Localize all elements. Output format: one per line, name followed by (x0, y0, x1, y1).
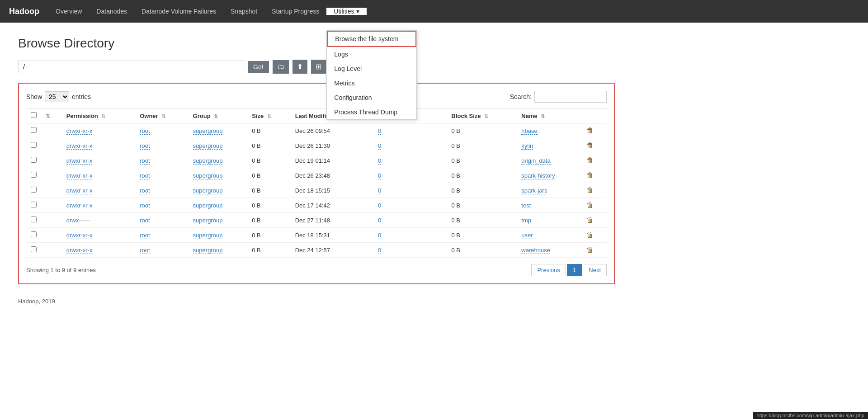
nav-datanode-volume-failures[interactable]: Datanode Volume Failures (134, 0, 223, 23)
name-link-4[interactable]: spark-jars (521, 187, 547, 194)
delete-icon-1[interactable]: 🗑 (586, 141, 594, 149)
col-name[interactable]: Name ⇅ (517, 108, 582, 123)
row-checkbox-3[interactable] (31, 172, 37, 178)
dropdown-browse-filesystem[interactable]: Browse the file system (327, 31, 416, 47)
replication-link-4[interactable]: 0 (378, 187, 381, 194)
replication-link-3[interactable]: 0 (378, 172, 381, 179)
lastmod-cell-3: Dec 26 23:48 (291, 168, 373, 183)
name-link-0[interactable]: hbase (521, 127, 537, 135)
row-checkbox-8[interactable] (31, 246, 37, 252)
col-permission[interactable]: Permission ⇅ (62, 108, 136, 123)
select-all-checkbox[interactable] (31, 112, 37, 118)
delete-icon-0[interactable]: 🗑 (586, 127, 594, 134)
prev-button[interactable]: Previous (531, 264, 566, 276)
next-button[interactable]: Next (583, 264, 607, 276)
page-1-button[interactable]: 1 (567, 264, 582, 276)
dropdown-logs[interactable]: Logs (327, 47, 416, 61)
permission-link-6[interactable]: drwx------ (66, 217, 90, 224)
permission-link-1[interactable]: drwxr-xr-x (66, 142, 93, 150)
nav-overview[interactable]: Overview (48, 0, 89, 23)
owner-link-6[interactable]: root (140, 217, 150, 224)
name-link-8[interactable]: warehouse (521, 247, 550, 254)
group-link-5[interactable]: supergroup (193, 202, 223, 209)
group-link-2[interactable]: supergroup (193, 157, 223, 165)
owner-link-1[interactable]: root (140, 142, 150, 150)
replication-link-8[interactable]: 0 (378, 247, 381, 254)
group-link-0[interactable]: supergroup (193, 127, 223, 135)
owner-link-4[interactable]: root (140, 187, 150, 194)
group-link-7[interactable]: supergroup (193, 232, 223, 239)
name-link-5[interactable]: test (521, 202, 531, 209)
delete-icon-4[interactable]: 🗑 (586, 186, 594, 194)
nav-datanodes[interactable]: Datanodes (89, 0, 134, 23)
size-cell-3: 0 B (247, 168, 290, 183)
row-checkbox-6[interactable] (31, 217, 37, 222)
go-button[interactable]: Go! (248, 61, 269, 73)
permission-link-4[interactable]: drwxr-xr-x (66, 187, 93, 194)
group-link-1[interactable]: supergroup (193, 142, 223, 150)
delete-icon-6[interactable]: 🗑 (586, 216, 594, 224)
col-size[interactable]: Size ⇅ (247, 108, 290, 123)
name-link-2[interactable]: origin_data (521, 157, 550, 165)
name-link-3[interactable]: spark-history (521, 172, 555, 179)
owner-link-2[interactable]: root (140, 157, 150, 165)
owner-link-3[interactable]: root (140, 172, 150, 179)
path-input[interactable] (18, 61, 244, 73)
size-cell-5: 0 B (247, 198, 290, 213)
replication-link-7[interactable]: 0 (378, 232, 381, 239)
dropdown-metrics[interactable]: Metrics (327, 76, 416, 90)
dropdown-log-level[interactable]: Log Level (327, 61, 416, 76)
upload-icon-btn[interactable]: 🗂 (273, 60, 289, 74)
row-checkbox-7[interactable] (31, 231, 37, 237)
permission-link-7[interactable]: drwxr-xr-x (66, 232, 93, 239)
delete-icon-3[interactable]: 🗑 (586, 171, 594, 179)
dropdown-configuration[interactable]: Configuration (327, 90, 416, 105)
permission-link-8[interactable]: drwxr-xr-x (66, 247, 93, 254)
owner-link-7[interactable]: root (140, 232, 150, 239)
delete-icon-7[interactable]: 🗑 (586, 231, 594, 239)
permission-link-0[interactable]: drwxr-xr-x (66, 127, 93, 135)
search-input[interactable] (534, 91, 607, 103)
nav-utilities-label: Utilities (334, 8, 354, 15)
col-group[interactable]: Group ⇅ (189, 108, 248, 123)
owner-link-8[interactable]: root (140, 247, 150, 254)
owner-link-0[interactable]: root (140, 127, 150, 135)
replication-link-1[interactable]: 0 (378, 142, 381, 150)
replication-link-2[interactable]: 0 (378, 157, 381, 165)
lastmod-cell-5: Dec 17 14:42 (291, 198, 373, 213)
page-footer: Hadoop, 2019. (18, 298, 615, 305)
permission-link-2[interactable]: drwxr-xr-x (66, 157, 93, 165)
dropdown-process-thread-dump[interactable]: Process Thread Dump (327, 105, 416, 119)
delete-icon-5[interactable]: 🗑 (586, 201, 594, 209)
replication-link-0[interactable]: 0 (378, 127, 381, 135)
nav-snapshot[interactable]: Snapshot (223, 0, 264, 23)
nav-utilities[interactable]: Utilities ▾ (326, 8, 367, 15)
nav-startup-progress[interactable]: Startup Progress (264, 0, 326, 23)
name-link-1[interactable]: kylin (521, 142, 533, 150)
row-checkbox-5[interactable] (31, 202, 37, 207)
owner-link-5[interactable]: root (140, 202, 150, 209)
replication-link-6[interactable]: 0 (378, 217, 381, 224)
name-link-7[interactable]: user (521, 232, 533, 239)
show-select[interactable]: 25 10 50 100 (45, 91, 69, 102)
delete-icon-8[interactable]: 🗑 (586, 246, 594, 254)
settings-btn[interactable]: ⊞ (311, 60, 326, 74)
group-link-4[interactable]: supergroup (193, 187, 223, 194)
group-link-8[interactable]: supergroup (193, 247, 223, 254)
col-block-size[interactable]: Block Size ⇅ (447, 108, 517, 123)
permission-link-5[interactable]: drwxr-xr-x (66, 202, 93, 209)
permission-link-3[interactable]: drwxr-xr-x (66, 172, 93, 179)
group-link-3[interactable]: supergroup (193, 172, 223, 179)
showing-text: Showing 1 to 9 of 9 entries (26, 267, 96, 273)
name-link-6[interactable]: tmp (521, 217, 531, 224)
replication-link-5[interactable]: 0 (378, 202, 381, 209)
col-owner[interactable]: Owner ⇅ (135, 108, 188, 123)
create-dir-btn[interactable]: ⬆ (292, 60, 307, 74)
delete-icon-2[interactable]: 🗑 (586, 156, 594, 164)
group-link-6[interactable]: supergroup (193, 217, 223, 224)
blocksize-cell-1: 0 B (447, 138, 517, 153)
row-checkbox-0[interactable] (31, 127, 37, 133)
row-checkbox-1[interactable] (31, 142, 37, 148)
row-checkbox-4[interactable] (31, 187, 37, 193)
row-checkbox-2[interactable] (31, 157, 37, 163)
